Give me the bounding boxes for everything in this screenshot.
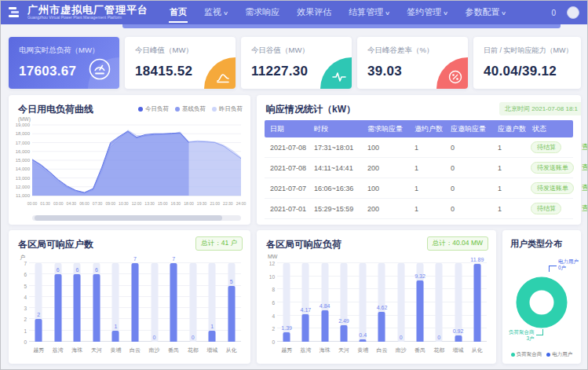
bar [54,274,61,342]
bar-value-label: 7 [133,256,137,262]
response-stats-panel: 响应情况统计（kW） 北京时间 2021-07-08 18:1 日期时段需求响应… [257,95,581,225]
kpi-card-today-valley: 今日谷值（MW） 11227.30 [241,37,352,89]
table-header-cell: 应邀响应量 [445,124,492,134]
view-link[interactable]: 查看 [576,184,588,192]
legend-item[interactable]: 今日负荷 [138,105,169,113]
total-badge: 总计：41 户 [195,236,243,251]
pulse-icon [332,70,346,84]
kpi-value: 39.03 [367,64,402,79]
nav-item-3[interactable]: 效果评估 [288,1,340,24]
x-tick-label: 海珠 [316,346,334,356]
bar [228,286,235,342]
x-tick-label: 从化 [468,346,487,356]
bar-track [151,263,158,342]
svg-text:22:30: 22:30 [223,201,233,206]
table-cell: 17:31~18:01 [309,144,362,152]
table-cell: 1 [492,144,527,152]
nav-item-5[interactable]: 签约管理∨ [398,1,456,24]
x-tick-label: 越秀 [29,346,49,356]
load-curve-chart: 11,00012,00013,00014,00015,00016,00017,0… [10,120,247,208]
table-cell: 2021-07-01 [265,205,309,213]
kpi-value: 17603.67 [19,64,76,79]
bar-track [397,263,404,342]
legend-item[interactable]: 基线负荷 [175,105,206,113]
legend-item[interactable]: 昨日负荷 [212,105,243,113]
svg-text:14,000: 14,000 [16,167,31,171]
callout-value: 3户 [509,335,535,342]
x-tick-label: 番禺 [411,346,429,356]
table-cell: 1 [409,205,445,213]
avatar[interactable] [567,6,579,19]
legend-item[interactable]: 负荷聚合商 [511,351,542,358]
view-link[interactable]: 查看 [576,163,588,171]
bar [302,314,309,342]
table-header-cell: 应邀户数 [492,124,527,134]
bar-column: 0.4 [353,263,372,342]
table-cell: 1 [492,185,527,192]
svg-text:16:30: 16:30 [171,201,181,206]
svg-text:12:00: 12:00 [132,201,142,206]
y-axis-unit: MW [268,254,277,259]
notification-count[interactable]: 0 [551,9,556,17]
bar [74,274,81,342]
legend-label: 负荷聚合商 [517,351,542,358]
nav-item-0[interactable]: 首页 [161,1,195,24]
y-tick-label: 0 [265,339,275,345]
kpi-label: 电网实时总负荷（MW） [19,46,99,56]
bar-column: 0 [429,263,448,342]
table-header-cell: 邀约户数 [409,124,445,134]
chevron-down-icon: ∨ [501,2,506,24]
district-users-panel: 各区局可响应户数 总计：41 户 户 0123456726661707015 越… [9,230,250,364]
bar-value-label: 1.39 [281,325,292,331]
bar [340,325,347,342]
nav-item-2[interactable]: 需求响应 [236,1,288,24]
svg-text:15:00: 15:00 [158,201,168,206]
svg-text:18:00: 18:00 [184,201,194,206]
nav-item-1[interactable]: 监视∨ [195,1,236,24]
x-tick-label: 增城 [203,346,222,356]
table-header-cell: 需求响应量 [362,124,409,134]
legend-dot [175,107,180,112]
legend-item[interactable]: 电力用户 [546,351,572,358]
load-curve-panel: 今日用电负荷曲线 今日负荷基线负荷昨日负荷 (MW) 11,00012,0001… [9,95,250,225]
bar [35,319,42,342]
callout-value: 0户 [558,265,579,271]
bar-value-label: 5 [230,279,233,284]
bar-value-label: 6 [75,267,79,273]
table-cell: 15:29~15:59 [309,205,362,213]
bar-track [189,263,196,342]
svg-text:16,000: 16,000 [16,149,31,154]
bar-column: 1.39 [277,263,296,342]
svg-text:12,000: 12,000 [16,185,31,189]
kpi-label: 今日谷值（MW） [251,46,309,56]
table-row: 2021-07-0817:31~18:01100101待结算查看 [265,137,573,158]
x-tick-label: 花都 [429,346,448,356]
nav-item-6[interactable]: 参数配置∨ [456,1,514,24]
view-link[interactable]: 查看 [576,204,588,212]
kpi-label: 今日峰谷差率（%） [367,46,433,56]
bar-column: 2.49 [334,263,353,342]
datazoom-slider[interactable] [32,215,241,221]
callout-line [536,329,543,335]
table-cell: 2021-07-07 [265,185,309,192]
datazoom-handle[interactable] [35,215,222,221]
bar [417,280,424,342]
y-tick-label: 0 [16,339,27,345]
y-tick-label: 2 [16,317,27,322]
legend-label: 昨日负荷 [219,105,243,113]
bar-value-label: 6 [57,267,60,273]
x-tick-label: 南沙 [144,346,164,356]
chevron-down-icon: ∨ [385,2,390,24]
table-header-cell: 状态 [527,124,571,134]
bar-value-label: 9.32 [415,273,425,279]
view-link[interactable]: 查看 [576,143,588,151]
svg-text:13,000: 13,000 [16,176,31,181]
bar-value-label: 4.62 [377,305,388,310]
nav-item-4[interactable]: 结算管理∨ [340,1,398,24]
app-subtitle: Guangzhou Virtual Power Plant Management… [27,15,148,20]
svg-text:01:30: 01:30 [40,201,50,206]
bar-value-label: 2 [37,312,40,317]
x-tick-label: 番禺 [164,346,184,356]
x-tick-label: 白云 [126,346,145,356]
bar-value-label: 4.84 [320,303,331,309]
